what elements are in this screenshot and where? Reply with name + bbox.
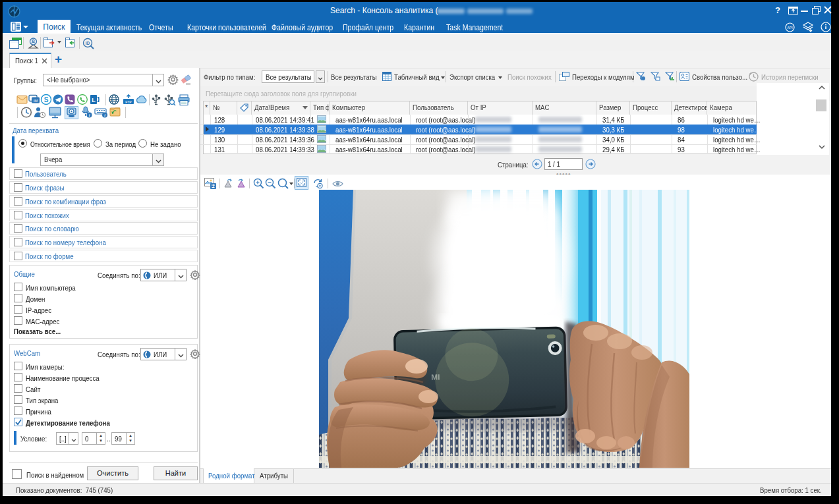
svg-text:S: S xyxy=(44,96,49,103)
svg-text:API: API xyxy=(787,26,792,30)
svg-text:IM: IM xyxy=(34,99,38,103)
svg-text:ID: ID xyxy=(86,41,90,45)
svg-text:L: L xyxy=(92,97,96,103)
svg-text:MI: MI xyxy=(431,372,440,381)
svg-text:HTTP: HTTP xyxy=(111,98,118,101)
svg-text:FTP: FTP xyxy=(125,100,132,104)
